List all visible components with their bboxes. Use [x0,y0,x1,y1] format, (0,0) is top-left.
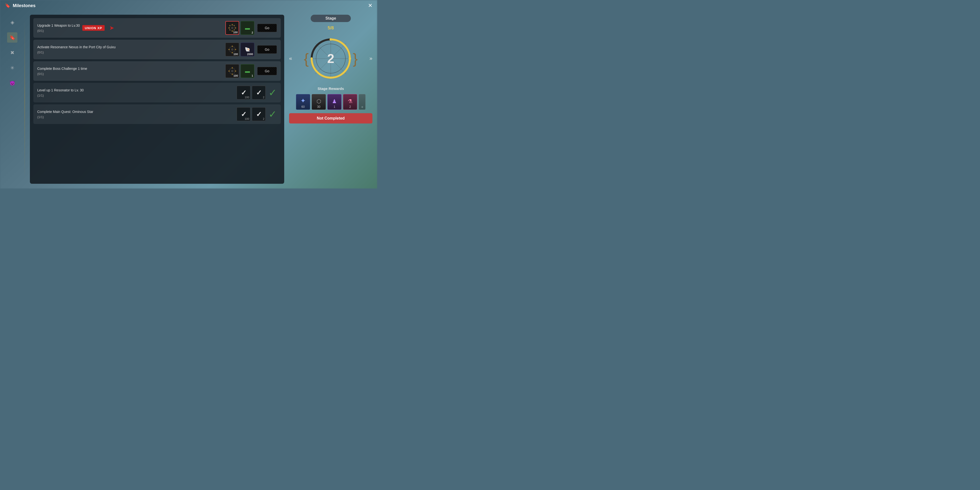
check-count-2: 2 [263,96,264,99]
reward-item-check-4: 2 [252,107,266,121]
svg-rect-3 [232,24,233,25]
milestone-5-text: Complete Main Quest: Ominous Star (1/1) [37,110,234,119]
svg-rect-23 [228,70,230,72]
svg-rect-6 [235,27,236,29]
blue-item-icon: 🐚 [245,47,250,52]
milestone-4-title: Level up 1 Resonator to Lv. 30 [37,88,234,92]
reward-4-count: 2000 [247,52,253,56]
stage-circle: { } [306,34,355,83]
svg-point-33 [348,57,351,60]
milestone-3-text: Complete Boss Challenge 1 time (0/1) [37,67,223,75]
character-reward-icon: ♟ [332,98,337,105]
milestone-2-rewards: 100 🐚 2000 [225,43,254,56]
svg-point-2 [231,27,234,29]
reward-item-blue: 🐚 2000 [240,43,254,56]
milestone-row: Complete Boss Challenge 1 time (0/1) [33,61,281,81]
check-count-3: 100 [245,117,249,120]
svg-rect-14 [232,46,233,47]
milestone-2-title: Activate Resonance Nexus in the Port Cit… [37,45,223,49]
prev-stage-button[interactable]: « [289,56,292,62]
stage-reward-character: ♟ 1 [327,94,342,110]
reward-2-count: 2 [251,31,253,34]
svg-rect-5 [228,27,230,29]
star-reward-count: 60 [301,105,304,108]
vial-reward-count: 2 [349,105,351,108]
milestone-3-rewards: 100 ▬ 1 [225,64,254,78]
green-item-icon-2: ▬ [245,68,250,74]
milestone-3-go-button[interactable]: Go [257,67,277,75]
window-title: Milestones [13,3,35,8]
completed-checkmark-2: ✓ [269,108,277,120]
character-reward-count: 1 [334,105,336,108]
reward-item-gear: 100 [225,21,239,35]
svg-point-20 [231,70,234,72]
svg-rect-21 [232,67,233,68]
svg-point-32 [329,38,332,41]
window-header: 🔖 Milestones [5,3,35,8]
reward-item-green: ▬ 2 [240,21,254,35]
not-completed-button[interactable]: Not Completed [289,113,372,124]
milestone-row: Upgrade 1 Weapon to Lv.30 (0/1) UNION XP… [33,18,281,38]
milestone-5-title: Complete Main Quest: Ominous Star [37,110,234,114]
completed-checkmark-1: ✓ [269,87,277,98]
svg-rect-4 [232,30,233,32]
reward-item-check-1: 100 [237,86,250,99]
sidebar-item-diamond[interactable]: ◈ [7,17,18,27]
reward-1-count: 100 [233,31,238,34]
stage-rewards-label: Stage Rewards [318,86,344,91]
arrow-icon: ➤ [109,24,114,31]
star-reward-icon: ✦ [301,97,306,105]
bracket-left-icon: { [304,50,309,67]
svg-point-13 [231,48,234,51]
reward-item-gear-3: 100 [225,64,239,78]
main-container: ◈ 🔖 ✖ ✳ 😈 Upgrade 1 Weapon to Lv.30 (0/1… [0,0,377,189]
reward-6-count: 1 [251,74,253,77]
reward-item-check-2: 2 [252,86,266,99]
next-stage-button[interactable]: » [369,56,372,62]
milestone-1-progress: (0/1) [37,29,223,33]
sidebar: ◈ 🔖 ✖ ✳ 😈 [5,5,20,184]
bracket-right-icon: } [353,50,358,67]
stage-reward-extra: ◈ [359,94,366,110]
milestone-row-completed: Level up 1 Resonator to Lv. 30 (1/1) 100… [33,83,281,102]
reward-item-green-2: ▬ 1 [240,64,254,78]
sidebar-divider [24,17,25,181]
stage-reward-potion: ⬡ 30 [312,94,326,110]
milestone-4-text: Level up 1 Resonator to Lv. 30 (1/1) [37,88,234,97]
milestones-panel: Upgrade 1 Weapon to Lv.30 (0/1) UNION XP… [30,15,284,184]
milestone-4-rewards: 100 2 [237,86,266,99]
union-xp-badge: UNION XP [82,25,105,31]
stage-reward-vial: ⚗ 2 [343,94,357,110]
stage-header: Stage [311,15,351,22]
milestone-2-go-button[interactable]: Go [257,45,277,54]
milestone-4-progress: (1/1) [37,94,234,97]
stage-progress: 5/8 [328,25,334,30]
potion-reward-count: 30 [317,105,320,108]
svg-rect-17 [235,49,236,50]
sidebar-item-mask[interactable]: 😈 [7,78,18,88]
window-icon: 🔖 [5,3,10,8]
reward-item-gear-2: 100 [225,43,239,56]
milestone-5-progress: (1/1) [37,115,234,119]
milestone-3-progress: (0/1) [37,72,223,76]
milestone-1-go-button[interactable]: Go [257,24,277,32]
close-button[interactable]: ✕ [368,2,372,9]
svg-rect-16 [228,49,230,50]
svg-rect-15 [232,52,233,53]
milestone-1-rewards: 100 ▬ 2 [225,21,254,35]
milestone-2-progress: (0/1) [37,51,223,54]
stage-circle-wrapper: « { } [296,34,365,83]
sidebar-item-gear[interactable]: ✳ [7,63,18,73]
extra-reward-icon: ◈ [361,105,363,108]
green-item-icon: ▬ [245,25,250,31]
reward-5-count: 100 [234,74,238,77]
stage-reward-star: ✦ 60 [296,94,310,110]
stage-rewards-row: ✦ 60 ⬡ 30 ♟ 1 ⚗ 2 ◈ [296,94,366,110]
vial-reward-icon: ⚗ [348,98,353,105]
svg-rect-22 [232,73,233,75]
sidebar-item-cross[interactable]: ✖ [7,48,18,58]
sidebar-item-milestones[interactable]: 🔖 [7,32,18,43]
milestone-1-text: Upgrade 1 Weapon to Lv.30 (0/1) [37,23,223,32]
milestone-row: Activate Resonance Nexus in the Port Cit… [33,40,281,59]
reward-3-count: 100 [234,52,238,56]
